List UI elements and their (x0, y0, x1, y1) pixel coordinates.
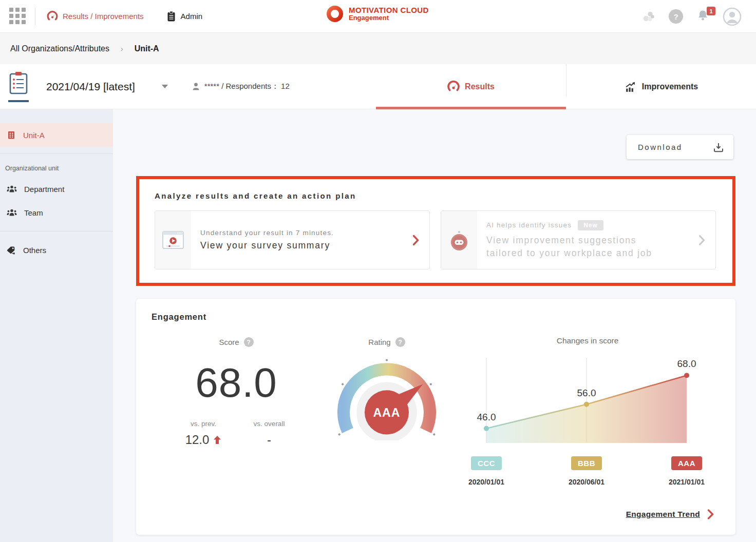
user-avatar[interactable] (723, 7, 742, 26)
survey-active-indicator (8, 100, 29, 102)
sidebar-item-label: Department (24, 185, 64, 193)
card-subtitle: AI helps identify issues (486, 221, 572, 229)
tab-improvements[interactable]: Improvements (566, 64, 756, 109)
sidebar-item-others[interactable]: Others (0, 238, 113, 262)
arrow-up-icon (213, 435, 221, 444)
group-icon (7, 209, 17, 217)
chart-dates-row: 2020/01/01 2020/06/01 2021/01/01 (467, 478, 708, 487)
apps-cluster-icon[interactable] (641, 10, 655, 24)
tag-icon (7, 245, 16, 255)
help-icon[interactable]: ? (669, 9, 683, 24)
notifications-button[interactable]: 1 (696, 9, 709, 24)
person-icon (192, 82, 200, 91)
survey-summary-card[interactable]: Understand your result in 7 minutes. Vie… (155, 210, 430, 269)
main-content: Download Analyze results and create an a… (113, 109, 756, 542)
svg-text:46.0: 46.0 (477, 412, 496, 422)
topbar-divider (35, 8, 35, 25)
analyze-heading: Analyze results and create an action pla… (155, 191, 716, 200)
download-button[interactable]: Download (627, 135, 733, 159)
nav-admin-label: Admin (181, 12, 203, 21)
breadcrumb: All Organizations/Attributes › Unit-A (0, 33, 756, 64)
ai-robot-icon (449, 228, 469, 252)
chevron-right-icon (698, 235, 705, 246)
card-subtitle: Understand your result in 7 minutes. (200, 229, 402, 237)
rating-badge-aaa: AAA (671, 456, 702, 470)
sidebar-item-label: Team (24, 208, 43, 217)
tab-results-label: Results (465, 82, 495, 91)
rating-gauge: AAA (333, 354, 441, 440)
respondents-label: ***** / Respondents： 12 (204, 82, 290, 91)
survey-date-dropdown[interactable]: 2021/04/19 [latest] (46, 81, 168, 93)
survey-header: 2021/04/19 [latest] ***** / Respondents：… (0, 64, 756, 109)
svg-text:56.0: 56.0 (577, 388, 596, 398)
rating-help-icon[interactable]: ? (395, 337, 405, 347)
engagement-title: Engagement (152, 312, 720, 322)
vs-prev-value: 12.0 (185, 433, 210, 447)
rating-badges-row: CCC BBB AAA (467, 456, 708, 473)
chevron-right-icon (412, 235, 419, 246)
tab-improvements-label: Improvements (642, 82, 698, 91)
tab-results[interactable]: Results (376, 64, 566, 109)
rating-value: AAA (373, 406, 400, 419)
score-label: Score (219, 338, 239, 346)
admin-clipboard-icon (166, 11, 176, 22)
improvements-chart-icon (624, 81, 637, 93)
group-icon (7, 185, 17, 193)
results-improvements-tabs: Results Improvements (376, 64, 756, 109)
rating-label: Rating (368, 338, 390, 346)
sidebar-item-team[interactable]: Team (0, 201, 113, 224)
app-launcher-grid-icon[interactable] (9, 8, 27, 25)
breadcrumb-root[interactable]: All Organizations/Attributes (10, 44, 109, 53)
chevron-down-icon (162, 85, 168, 88)
rating-badge-ccc: CCC (471, 456, 502, 470)
sidebar-divider (0, 231, 113, 231)
breadcrumb-separator-icon: › (121, 45, 123, 53)
sidebar: Unit-A Organizational unit Department Te… (0, 109, 113, 542)
building-icon (7, 130, 16, 140)
chart-date: 2020/06/01 (569, 478, 604, 486)
rating-badge-bbb: BBB (571, 456, 602, 470)
topbar: Results / Improvements Admin MOTIVATION … (0, 0, 756, 33)
respondents-info: ***** / Respondents： 12 (192, 82, 290, 91)
download-icon (713, 142, 724, 153)
vs-overall-value: - (267, 433, 271, 447)
logo-subtitle: Engagement (349, 14, 429, 22)
survey-nav-item[interactable] (8, 71, 29, 102)
analyze-section-annotation-box: Analyze results and create an action pla… (136, 176, 735, 286)
download-label: Download (638, 143, 683, 151)
ai-suggestions-card[interactable]: AI helps identify issues New View improv… (441, 210, 716, 269)
nav-results-improvements[interactable]: Results / Improvements (47, 11, 144, 22)
chart-date: 2021/01/01 (669, 478, 705, 486)
video-iconbox (155, 211, 191, 269)
new-badge: New (578, 220, 603, 230)
sidebar-item-unit-a[interactable]: Unit-A (0, 123, 113, 147)
engagement-trend-link[interactable]: Engagement Trend (626, 509, 714, 519)
sidebar-section-label: Organizational unit (0, 161, 113, 177)
brand-logo: MOTIVATION CLOUD Engagement (326, 5, 429, 23)
motivation-cloud-ring-icon (326, 5, 344, 23)
breadcrumb-current: Unit-A (135, 44, 159, 53)
sidebar-item-department[interactable]: Department (0, 177, 113, 201)
changes-in-score-chart: 46.056.068.0 (467, 351, 708, 449)
score-help-icon[interactable]: ? (244, 337, 254, 347)
survey-date-label: 2021/04/19 [latest] (46, 81, 135, 93)
sidebar-divider (0, 153, 113, 154)
notification-badge: 1 (707, 7, 715, 15)
score-value: 68.0 (152, 359, 321, 407)
vs-overall-label: vs. overall (236, 420, 302, 428)
logo-title: MOTIVATION CLOUD (349, 6, 429, 14)
gauge-icon (447, 81, 460, 93)
video-player-icon (162, 231, 184, 249)
engagement-panel: Engagement Score ? 68.0 vs. prev. 12.0 (136, 299, 735, 535)
svg-text:68.0: 68.0 (677, 358, 696, 369)
card-title: View your survey summary (200, 240, 402, 251)
nav-admin[interactable]: Admin (166, 11, 203, 22)
sidebar-item-label: Others (23, 246, 46, 255)
chart-title: Changes in score (467, 336, 708, 345)
vs-prev-label: vs. prev. (171, 420, 236, 428)
chart-date: 2020/01/01 (468, 478, 504, 486)
help-glyph: ? (673, 12, 678, 21)
nav-results-improvements-label: Results / Improvements (63, 12, 144, 21)
card-title: View improvement suggestions tailored to… (486, 234, 688, 260)
chevron-right-icon (707, 509, 714, 519)
